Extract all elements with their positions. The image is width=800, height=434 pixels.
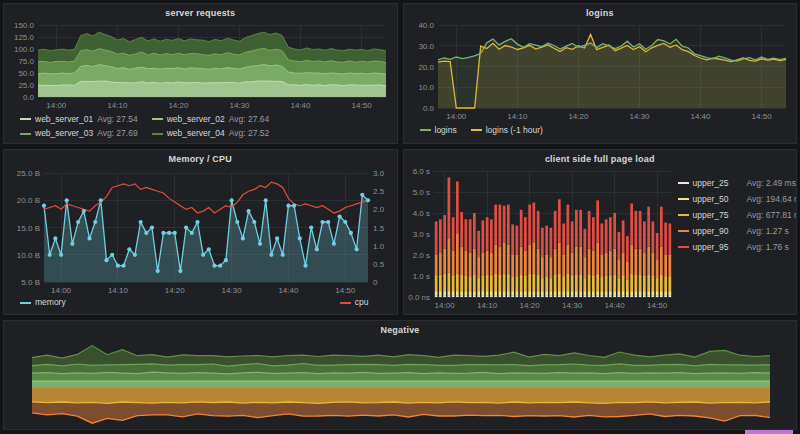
svg-text:14:30: 14:30	[222, 286, 243, 295]
legend-item[interactable]: web_server_04Avg: 27.52	[152, 127, 270, 140]
svg-text:20.0: 20.0	[418, 63, 434, 72]
svg-text:20.0 B: 20.0 B	[17, 196, 40, 205]
svg-text:10.0: 10.0	[418, 83, 434, 92]
legend-swatch-icon	[678, 230, 689, 232]
dashboard-row-2: Memory / CPU 5.0 B10.0 B15.0 B20.0 B25.0…	[3, 149, 797, 315]
svg-text:25.0 B: 25.0 B	[17, 169, 40, 178]
svg-text:100.0: 100.0	[14, 45, 35, 54]
legend-series-name: web_server_03	[35, 127, 93, 140]
page-load-chart[interactable]: 0.0 ns1.0 s2.0 s3.0 s4.0 s5.0 s6.0 s14:0…	[404, 165, 676, 311]
dashboard-row-3: Negative	[3, 320, 797, 430]
panel-memory-cpu: Memory / CPU 5.0 B10.0 B15.0 B20.0 B25.0…	[3, 149, 398, 315]
legend-item[interactable]: upper_50Avg: 194.64 ms	[678, 193, 798, 206]
legend-series-name: logins (-1 hour)	[486, 124, 543, 137]
server-requests-chart[interactable]: 0.025.050.075.0100.0125.0150.014:0014:10…	[4, 19, 394, 111]
svg-text:14:20: 14:20	[568, 112, 589, 121]
panel-title-server-requests[interactable]: server requests	[4, 4, 397, 19]
panel-logins: logins 0.010.020.030.040.014:0014:1014:2…	[403, 3, 798, 144]
panel-page-load: client side full page load 0.0 ns1.0 s2.…	[403, 149, 798, 315]
svg-text:14:10: 14:10	[477, 301, 498, 310]
legend-series-avg: Avg: 27.54	[97, 113, 138, 126]
svg-text:1.0 s: 1.0 s	[412, 272, 429, 281]
dashboard-row-1: server requests 0.025.050.075.0100.0125.…	[3, 3, 797, 144]
svg-text:14:30: 14:30	[562, 301, 583, 310]
memory-cpu-legend: memorycpu	[4, 296, 397, 311]
legend-series-name: memory	[35, 296, 66, 309]
svg-text:14:40: 14:40	[690, 112, 711, 121]
legend-swatch-icon	[20, 133, 31, 135]
panel-title-negative[interactable]: Negative	[4, 321, 796, 336]
svg-text:2.0 s: 2.0 s	[412, 251, 429, 260]
svg-text:14:30: 14:30	[229, 101, 250, 110]
legend-series-avg: Avg: 27.69	[97, 127, 138, 140]
svg-text:14:10: 14:10	[507, 112, 528, 121]
svg-text:14:50: 14:50	[352, 101, 373, 110]
svg-text:14:40: 14:40	[604, 301, 625, 310]
legend-item[interactable]: logins	[420, 124, 457, 137]
svg-text:50.0: 50.0	[18, 69, 34, 78]
svg-text:14:20: 14:20	[168, 101, 189, 110]
legend-series-avg: Avg: 27.64	[229, 113, 270, 126]
legend-swatch-icon	[678, 214, 689, 216]
legend-item[interactable]: logins (-1 hour)	[471, 124, 543, 137]
legend-series-avg: Avg: 27.52	[229, 127, 270, 140]
svg-text:5.0 B: 5.0 B	[21, 278, 40, 287]
svg-text:14:40: 14:40	[278, 286, 299, 295]
legend-swatch-icon	[678, 182, 689, 184]
legend-item[interactable]: memory	[20, 296, 66, 309]
next-panel-edge-strip[interactable]	[745, 430, 793, 434]
svg-text:14:00: 14:00	[434, 301, 455, 310]
svg-text:1.0: 1.0	[373, 242, 385, 251]
negative-chart[interactable]	[4, 336, 792, 428]
svg-text:14:20: 14:20	[519, 301, 540, 310]
legend-swatch-icon	[152, 118, 163, 120]
server-requests-legend: web_server_01Avg: 27.54web_server_02Avg:…	[4, 111, 397, 142]
svg-text:0: 0	[373, 278, 378, 287]
svg-text:25.0: 25.0	[18, 81, 34, 90]
panel-server-requests: server requests 0.025.050.075.0100.0125.…	[3, 3, 398, 144]
page-load-legend: upper_25Avg: 2.49 msupper_50Avg: 194.64 …	[676, 165, 798, 314]
panel-title-logins[interactable]: logins	[404, 4, 797, 19]
legend-series-name: cpu	[355, 296, 369, 309]
logins-legend: loginslogins (-1 hour)	[404, 122, 797, 139]
svg-text:0.0 ns: 0.0 ns	[408, 293, 430, 302]
memory-cpu-chart[interactable]: 5.0 B10.0 B15.0 B20.0 B25.0 B14:0014:101…	[4, 165, 394, 296]
svg-text:3.0: 3.0	[373, 169, 385, 178]
legend-swatch-icon	[420, 129, 431, 131]
legend-item[interactable]: web_server_03Avg: 27.69	[20, 127, 138, 140]
legend-item[interactable]: upper_90Avg: 1.27 s	[678, 225, 798, 238]
svg-text:14:30: 14:30	[629, 112, 650, 121]
legend-item[interactable]: upper_25Avg: 2.49 ms	[678, 177, 798, 190]
legend-item[interactable]: web_server_01Avg: 27.54	[20, 113, 138, 126]
legend-swatch-icon	[678, 246, 689, 248]
svg-text:14:00: 14:00	[446, 112, 467, 121]
legend-swatch-icon	[678, 198, 689, 200]
svg-text:14:40: 14:40	[291, 101, 312, 110]
legend-series-avg: Avg: 194.64 ms	[747, 193, 798, 206]
legend-item[interactable]: upper_95Avg: 1.76 s	[678, 241, 798, 254]
svg-text:14:50: 14:50	[335, 286, 356, 295]
svg-text:30.0: 30.0	[418, 42, 434, 51]
legend-swatch-icon	[20, 118, 31, 120]
legend-series-name: upper_90	[693, 225, 743, 238]
svg-text:14:10: 14:10	[108, 286, 129, 295]
legend-swatch-icon	[471, 129, 482, 131]
svg-text:14:20: 14:20	[165, 286, 186, 295]
svg-text:15.0 B: 15.0 B	[17, 224, 40, 233]
svg-text:14:10: 14:10	[107, 101, 128, 110]
legend-item[interactable]: upper_75Avg: 677.81 ms	[678, 209, 798, 222]
logins-chart[interactable]: 0.010.020.030.040.014:0014:1014:2014:301…	[404, 19, 794, 122]
svg-text:125.0: 125.0	[14, 33, 35, 42]
svg-text:1.5: 1.5	[373, 224, 385, 233]
svg-text:14:00: 14:00	[51, 286, 72, 295]
legend-series-name: web_server_01	[35, 113, 93, 126]
svg-text:2.0: 2.0	[373, 205, 385, 214]
legend-series-name: web_server_04	[167, 127, 225, 140]
legend-series-avg: Avg: 677.81 ms	[747, 209, 798, 222]
panel-title-page-load[interactable]: client side full page load	[404, 150, 797, 165]
legend-item[interactable]: cpu	[340, 296, 369, 309]
panel-title-memory-cpu[interactable]: Memory / CPU	[4, 150, 397, 165]
legend-item[interactable]: web_server_02Avg: 27.64	[152, 113, 270, 126]
svg-text:75.0: 75.0	[18, 57, 34, 66]
svg-text:6.0 s: 6.0 s	[412, 167, 429, 176]
